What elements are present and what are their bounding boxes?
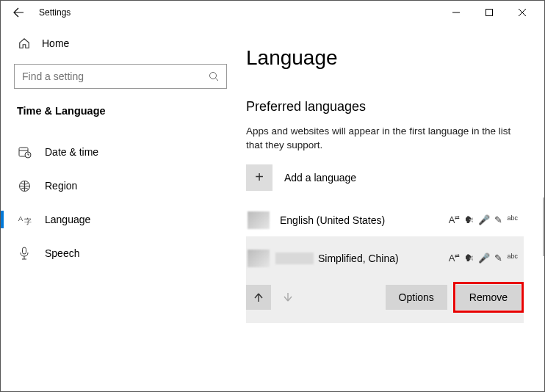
voice-icon: 🎤	[478, 214, 490, 226]
add-language-button[interactable]: + Add a language	[246, 164, 524, 191]
language-feature-icons: A⇄ 🗣 🎤 ✎ abc	[449, 253, 518, 264]
sidebar-item-region[interactable]: Region	[14, 170, 233, 202]
handwriting-icon: ✎	[494, 214, 502, 226]
language-name: Simplified, China)	[318, 253, 399, 264]
nav-label: Date & time	[45, 146, 98, 158]
arrow-left-icon	[12, 7, 24, 18]
speech-icon: 🗣	[464, 253, 474, 264]
language-feature-icons: A⇄ 🗣 🎤 ✎ abc	[449, 214, 518, 226]
scrollbar[interactable]	[543, 197, 544, 256]
close-icon	[518, 8, 527, 17]
svg-text:字: 字	[24, 217, 32, 225]
home-link[interactable]: Home	[18, 37, 233, 49]
move-down-button[interactable]	[275, 285, 300, 310]
arrow-up-icon	[253, 292, 264, 302]
page-title: Language	[246, 46, 524, 70]
nav-label: Region	[45, 180, 77, 192]
language-item-chinese[interactable]: Simplified, China) A⇄ 🗣 🎤 ✎ abc	[246, 236, 524, 275]
maximize-button[interactable]	[472, 1, 505, 23]
nav-label: Language	[45, 214, 90, 225]
svg-rect-10	[23, 247, 26, 254]
calendar-clock-icon	[18, 145, 32, 159]
handwriting-icon: ✎	[494, 253, 502, 264]
text-to-speech-icon: A⇄	[449, 253, 461, 264]
language-name: English (United States)	[280, 214, 385, 226]
move-up-button[interactable]	[246, 285, 271, 310]
arrow-down-icon	[283, 292, 293, 302]
plus-icon: +	[246, 164, 272, 191]
home-icon	[18, 37, 30, 49]
back-button[interactable]	[8, 2, 29, 23]
redacted-text	[275, 253, 314, 264]
microphone-icon	[18, 247, 32, 260]
options-button[interactable]: Options	[386, 285, 447, 310]
language-icon: A字	[18, 213, 32, 226]
voice-icon: 🎤	[478, 253, 490, 264]
remove-highlight: Remove	[453, 282, 524, 313]
add-language-label: Add a language	[284, 172, 356, 184]
section-description: Apps and websites will appear in the fir…	[246, 125, 518, 153]
language-flag-icon	[248, 211, 270, 229]
search-icon	[209, 71, 219, 81]
search-box[interactable]	[14, 64, 227, 89]
svg-text:A: A	[18, 215, 23, 222]
svg-point-2	[210, 73, 217, 79]
spellcheck-icon: abc	[507, 214, 518, 226]
sidebar: Home Time & Language Date & time Region …	[1, 24, 246, 391]
globe-icon	[18, 180, 32, 192]
language-item-english[interactable]: English (United States) A⇄ 🗣 🎤 ✎ abc	[246, 204, 524, 236]
svg-rect-1	[486, 10, 492, 16]
language-actions: Options Remove	[246, 275, 524, 323]
speech-icon: 🗣	[464, 214, 474, 226]
text-to-speech-icon: A⇄	[449, 214, 461, 226]
app-title: Settings	[39, 7, 71, 18]
nav-label: Speech	[45, 247, 79, 259]
language-flag-icon	[248, 250, 270, 267]
spellcheck-icon: abc	[507, 253, 518, 264]
section-title: Time & Language	[17, 105, 233, 117]
sidebar-item-language[interactable]: A字 Language	[14, 203, 233, 236]
content-pane: Language Preferred languages Apps and we…	[246, 24, 544, 391]
search-input[interactable]	[22, 70, 209, 82]
svg-line-3	[216, 79, 219, 81]
sidebar-item-date-time[interactable]: Date & time	[14, 136, 233, 168]
remove-button[interactable]: Remove	[456, 285, 521, 310]
minimize-button[interactable]	[439, 1, 472, 23]
titlebar: Settings	[1, 1, 544, 24]
close-button[interactable]	[505, 1, 538, 23]
minimize-icon	[452, 8, 461, 17]
sidebar-item-speech[interactable]: Speech	[14, 237, 233, 269]
home-label: Home	[42, 37, 69, 49]
section-heading: Preferred languages	[246, 99, 524, 115]
maximize-icon	[485, 8, 494, 17]
